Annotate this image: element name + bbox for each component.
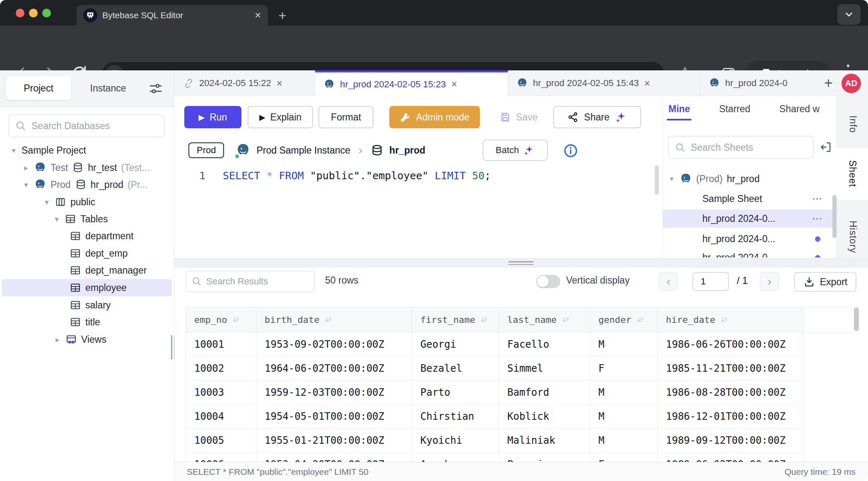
sheet-item[interactable]: hr_prod 2024-0... [663,230,833,248]
tree-item-table-employee[interactable]: employee [70,279,127,296]
tree-item-schema-public[interactable]: ▾ public [43,193,95,211]
tab-close-icon[interactable]: ✕ [276,79,283,88]
column-header[interactable]: gender [590,308,658,332]
tab-mine[interactable]: Mine [668,103,690,115]
table-row[interactable]: 100031959-12-03T00:00:00ZPartoBamfordM19… [186,380,853,404]
tree-item-project[interactable]: ▾ Sample Project [10,142,86,159]
cell[interactable]: 1986-12-01T00:00:00Z [658,404,804,428]
tab-starred[interactable]: Starred [719,103,750,115]
tab-close-icon[interactable]: ✕ [451,79,458,89]
explain-button[interactable]: ▶ Explain [248,106,313,128]
sheets-search-input[interactable]: Search Sheets [668,136,814,159]
sheets-scrollbar[interactable] [832,195,837,238]
info-icon[interactable] [563,143,578,158]
sort-icon[interactable] [636,316,644,324]
tab-close-icon[interactable]: ✕ [644,79,651,88]
sort-icon[interactable] [562,316,570,324]
new-tab-button[interactable]: + [278,6,287,25]
tab-search-button[interactable] [837,4,861,25]
environment-chip[interactable]: Prod [188,142,224,158]
sheet-item[interactable]: hr_prod 2024-0... [663,248,833,257]
cell[interactable]: F [590,452,658,462]
cell[interactable]: Parto [412,380,499,404]
cell[interactable]: 1986-06-26T00:00:00Z [658,332,804,356]
cell[interactable]: Koblick [499,404,590,428]
format-button[interactable]: Format [318,106,374,128]
table-row[interactable]: 100011953-09-02T00:00:00ZGeorgiFacelloM1… [186,332,853,356]
cell[interactable]: Facello [499,332,590,356]
results-search-input[interactable]: Search Results [186,271,315,292]
column-header[interactable]: emp_no [186,308,256,332]
cell[interactable]: Bamford [499,380,590,404]
tree-item-table-department[interactable]: department [70,227,133,245]
run-button[interactable]: ▶ Run [184,106,241,128]
divider-drag-handle[interactable] [509,261,533,267]
cell[interactable]: 1953-04-20T00:00:00Z [256,452,412,462]
column-header[interactable]: last_name [499,308,590,332]
cell[interactable]: 1989-09-12T00:00:00Z [658,428,804,452]
rail-tab-history[interactable]: History [837,214,868,260]
column-header[interactable]: hire_date [658,308,804,332]
next-page-button[interactable]: › [760,272,779,291]
traffic-light-zoom[interactable] [42,9,51,17]
browser-tab[interactable]: Bytebase SQL Editor ✕ [77,5,268,26]
caret-down-icon[interactable]: ▾ [43,197,51,207]
instance-name[interactable]: Prod Sample Instance [256,145,350,156]
caret-down-icon[interactable]: ▾ [10,146,17,155]
share-button[interactable]: Share [553,106,641,128]
panel-divider[interactable] [174,258,868,268]
caret-down-icon[interactable]: ▾ [22,180,30,190]
tab-project[interactable]: Project [6,76,71,100]
table-row[interactable]: 100061953-04-20T00:00:00ZAnnekePreusigF1… [186,452,853,462]
sort-icon[interactable] [324,316,333,324]
sheet-item[interactable]: Sample Sheet ⋯ [663,190,833,208]
caret-right-icon[interactable]: ▸ [54,335,61,344]
results-scrollbar[interactable] [854,307,859,456]
sheet-menu-icon[interactable]: ⋯ [812,213,822,224]
tree-item-table-salary[interactable]: salary [70,296,111,314]
cell[interactable]: Georgi [412,332,499,356]
editor-tab-3[interactable]: hr_prod 2024-02-05 15:43 ✕ [508,70,700,96]
sheet-item-selected[interactable]: hr_prod 2024-0... ⋯ [663,209,833,228]
cell[interactable]: F [590,356,658,380]
editor-tab-2-active[interactable]: hr_prod 2024-02-05 15:23 ✕ [315,70,508,96]
table-row[interactable]: 100051955-01-21T00:00:00ZKyoichiMaliniak… [186,428,853,452]
cell[interactable]: 10004 [186,404,256,428]
cell[interactable]: Kyoichi [412,428,499,452]
editor-tab-4[interactable]: hr_prod 2024-0 [700,70,819,96]
sql-editor[interactable]: 1 SELECT * FROM "public"."employee" LIMI… [174,164,663,258]
caret-down-icon[interactable]: ▾ [53,214,60,224]
admin-mode-button[interactable]: Admin mode [389,106,480,128]
sheet-menu-icon[interactable]: ⋯ [812,193,822,204]
sort-icon[interactable] [232,316,240,324]
tree-item-table-dept-manager[interactable]: dept_manager [70,262,147,279]
vertical-display-toggle[interactable] [536,275,560,288]
cell[interactable]: 1985-11-21T00:00:00Z [658,356,804,380]
database-name[interactable]: hr_prod [389,145,425,156]
filter-sliders-icon[interactable] [148,82,163,95]
rail-tab-sheet[interactable]: Sheet [837,147,868,201]
cell[interactable]: 1955-01-21T00:00:00Z [256,428,412,452]
cell[interactable]: Anneke [412,452,499,462]
cell[interactable]: M [590,404,658,428]
traffic-light-close[interactable] [16,9,24,17]
tree-item-env-test[interactable]: ▸ Test hr_test (Test... [22,159,150,176]
table-row[interactable]: 100041954-05-01T00:00:00ZChirstianKoblic… [186,404,853,428]
rail-tab-info[interactable]: Info [837,103,868,145]
traffic-light-minimize[interactable] [29,9,38,17]
cell[interactable]: 1953-09-02T00:00:00Z [256,332,412,356]
results-scrollbar-thumb[interactable] [854,307,859,331]
prev-page-button[interactable]: ‹ [659,272,678,291]
cell[interactable]: 1986-08-28T00:00:00Z [658,380,804,404]
cell[interactable]: Bezalel [412,356,499,380]
cell[interactable]: Chirstian [412,404,499,428]
tree-item-table-dept-emp[interactable]: dept_emp [70,245,128,262]
caret-right-icon[interactable]: ▸ [22,163,30,173]
save-button[interactable]: Save [494,106,543,128]
page-input[interactable]: 1 [692,272,729,291]
tree-item-tables-group[interactable]: ▾ Tables [53,210,108,228]
editor-tab-1[interactable]: 2024-02-05 15:22 ✕ [174,70,315,96]
cell[interactable]: M [590,428,658,452]
browser-tab-close-icon[interactable]: ✕ [254,10,261,20]
sort-icon[interactable] [720,316,728,324]
